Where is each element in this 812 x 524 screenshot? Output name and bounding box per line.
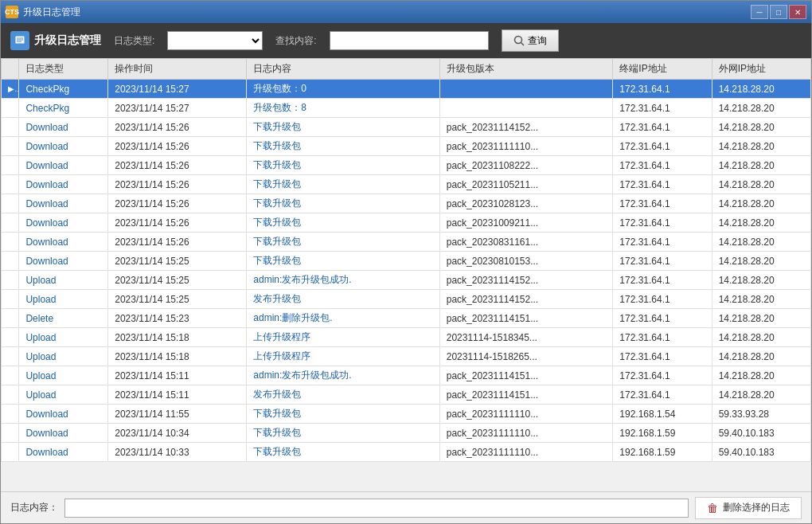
log-type-label: 日志类型: [114, 34, 154, 48]
table-row[interactable]: Download2023/11/14 15:26下载升级包pack_202310… [2, 213, 811, 233]
table-row[interactable]: Upload2023/11/14 15:25admin:发布升级包成功.pack… [2, 271, 811, 290]
table-row[interactable]: Download2023/11/14 15:26下载升级包pack_202311… [2, 175, 811, 194]
table-scroll[interactable]: 日志类型 操作时间 日志内容 升级包版本 终端IP地址 外网IP地址 ▶Chec… [1, 58, 811, 491]
row-type: Upload [19, 271, 108, 290]
table-row[interactable]: Upload2023/11/14 15:11发布升级包pack_20231114… [2, 385, 811, 405]
table-row[interactable]: Download2023/11/14 15:26下载升级包pack_202310… [2, 194, 811, 213]
table-row[interactable]: Download2023/11/14 10:33下载升级包pack_202311… [2, 443, 811, 462]
search-button-label: 查询 [528, 34, 547, 48]
row-version: pack_20231108222... [439, 156, 613, 175]
row-lan-ip: 172.31.64.1 [613, 118, 712, 137]
svg-point-4 [514, 37, 521, 44]
row-lan-ip: 192.168.1.59 [613, 443, 712, 462]
row-content: admin:发布升级包成功. [247, 271, 439, 290]
table-row[interactable]: Upload2023/11/14 15:18上传升级程序20231114-151… [2, 347, 811, 366]
table-row[interactable]: ▶CheckPkg2023/11/14 15:27升级包数：0172.31.64… [2, 80, 811, 99]
row-type: Download [19, 194, 108, 213]
row-wan-ip: 14.218.28.20 [712, 290, 810, 309]
table-row[interactable]: Delete2023/11/14 15:23admin:删除升级包.pack_2… [2, 309, 811, 328]
row-content: 下载升级包 [247, 156, 439, 175]
table-row[interactable]: Download2023/11/14 15:26下载升级包pack_202311… [2, 118, 811, 137]
row-version: 20231114-1518265... [439, 347, 613, 366]
row-wan-ip: 14.218.28.20 [712, 213, 810, 233]
row-content: 下载升级包 [247, 213, 439, 233]
search-input[interactable] [330, 31, 489, 50]
row-version: pack_20231111110... [439, 424, 613, 443]
status-content-input[interactable] [64, 499, 689, 518]
row-version: pack_20231111110... [439, 405, 613, 424]
close-button[interactable]: ✕ [789, 5, 806, 19]
row-version: pack_20231114152... [439, 118, 613, 137]
row-version: pack_20231028123... [439, 194, 613, 213]
row-version: pack_20231111110... [439, 443, 613, 462]
toolbar: 升级日志管理 日志类型: 查找内容: 查询 [1, 23, 811, 58]
table-row[interactable]: Download2023/11/14 15:26下载升级包pack_202311… [2, 137, 811, 156]
row-content: 下载升级包 [247, 252, 439, 271]
row-time: 2023/11/14 15:26 [108, 175, 247, 194]
row-lan-ip: 172.31.64.1 [613, 156, 712, 175]
row-type: Delete [19, 309, 108, 328]
log-type-select[interactable] [167, 31, 263, 50]
header-indicator [2, 59, 19, 80]
status-bar: 日志内容： 🗑 删除选择的日志 [1, 491, 811, 523]
row-indicator [2, 99, 19, 118]
row-lan-ip: 172.31.64.1 [613, 271, 712, 290]
table-row[interactable]: Download2023/11/14 11:55下载升级包pack_202311… [2, 405, 811, 424]
row-indicator [2, 213, 19, 233]
row-indicator [2, 252, 19, 271]
row-lan-ip: 172.31.64.1 [613, 328, 712, 347]
row-content: admin:发布升级包成功. [247, 366, 439, 385]
content-area: 日志类型 操作时间 日志内容 升级包版本 终端IP地址 外网IP地址 ▶Chec… [1, 58, 811, 523]
row-indicator [2, 156, 19, 175]
table-row[interactable]: Upload2023/11/14 15:11admin:发布升级包成功.pack… [2, 366, 811, 385]
row-time: 2023/11/14 15:11 [108, 385, 247, 405]
table-row[interactable]: Download2023/11/14 10:34下载升级包pack_202311… [2, 424, 811, 443]
row-time: 2023/11/14 15:26 [108, 194, 247, 213]
search-label: 查找内容: [275, 34, 316, 48]
search-button[interactable]: 查询 [502, 29, 559, 52]
minimize-button[interactable]: ─ [751, 5, 768, 19]
table-row[interactable]: Upload2023/11/14 15:18上传升级程序20231114-151… [2, 328, 811, 347]
delete-icon: 🗑 [707, 502, 718, 514]
row-type: Download [19, 252, 108, 271]
row-wan-ip: 14.218.28.20 [712, 80, 810, 99]
row-type: Upload [19, 366, 108, 385]
row-time: 2023/11/14 15:26 [108, 233, 247, 252]
svg-line-5 [521, 43, 524, 46]
row-wan-ip: 14.218.28.20 [712, 233, 810, 252]
table-row[interactable]: CheckPkg2023/11/14 15:27升级包数：8172.31.64.… [2, 99, 811, 118]
row-indicator [2, 443, 19, 462]
row-type: Download [19, 443, 108, 462]
row-version: pack_20231111110... [439, 137, 613, 156]
row-wan-ip: 14.218.28.20 [712, 309, 810, 328]
table-header-row: 日志类型 操作时间 日志内容 升级包版本 终端IP地址 外网IP地址 [2, 59, 811, 80]
title-bar-left: CTS 升级日志管理 [6, 6, 80, 19]
row-indicator [2, 424, 19, 443]
row-wan-ip: 14.218.28.20 [712, 347, 810, 366]
row-wan-ip: 14.218.28.20 [712, 118, 810, 137]
row-type: Upload [19, 347, 108, 366]
row-time: 2023/11/14 15:26 [108, 118, 247, 137]
table-container: 日志类型 操作时间 日志内容 升级包版本 终端IP地址 外网IP地址 ▶Chec… [1, 58, 811, 491]
table-row[interactable]: Download2023/11/14 15:25下载升级包pack_202308… [2, 252, 811, 271]
row-content: 下载升级包 [247, 137, 439, 156]
row-lan-ip: 172.31.64.1 [613, 366, 712, 385]
row-lan-ip: 172.31.64.1 [613, 385, 712, 405]
row-time: 2023/11/14 10:33 [108, 443, 247, 462]
window-title: 升级日志管理 [23, 6, 80, 19]
row-type: Download [19, 175, 108, 194]
row-wan-ip: 14.218.28.20 [712, 194, 810, 213]
row-content: 下载升级包 [247, 443, 439, 462]
table-row[interactable]: Download2023/11/14 15:26下载升级包pack_202308… [2, 233, 811, 252]
delete-button[interactable]: 🗑 删除选择的日志 [695, 497, 802, 519]
row-version: pack_20231114152... [439, 290, 613, 309]
row-lan-ip: 172.31.64.1 [613, 194, 712, 213]
table-row[interactable]: Download2023/11/14 15:26下载升级包pack_202311… [2, 156, 811, 175]
maximize-button[interactable]: □ [770, 5, 787, 19]
row-lan-ip: 172.31.64.1 [613, 233, 712, 252]
app-icon-text: CTS [5, 8, 19, 16]
row-time: 2023/11/14 15:26 [108, 213, 247, 233]
table-row[interactable]: Upload2023/11/14 15:25发布升级包pack_20231114… [2, 290, 811, 309]
row-type: Upload [19, 385, 108, 405]
row-type: Upload [19, 290, 108, 309]
